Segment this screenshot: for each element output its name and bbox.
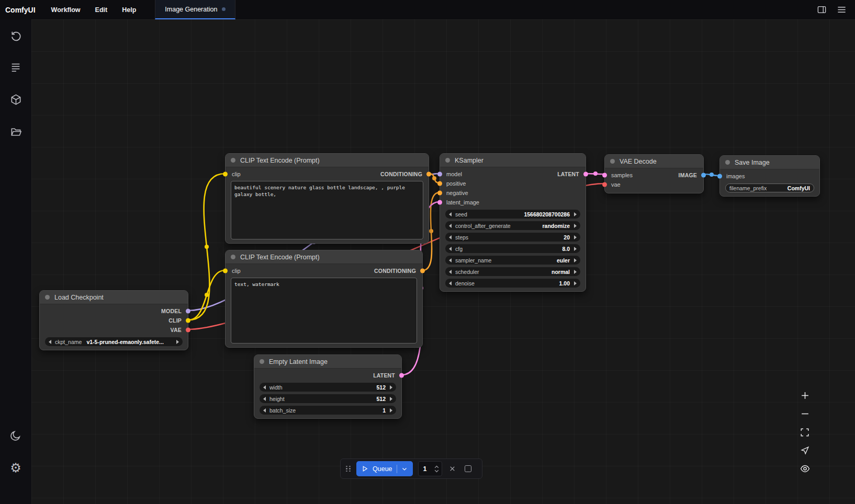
next-arrow-icon[interactable]	[574, 258, 577, 262]
next-arrow-icon[interactable]	[574, 212, 577, 216]
clear-queue-icon[interactable]	[447, 464, 458, 474]
prev-arrow-icon[interactable]	[449, 281, 452, 285]
next-arrow-icon[interactable]	[574, 224, 577, 228]
settings-icon[interactable]: ⚙	[5, 457, 26, 478]
collapse-dot[interactable]	[445, 158, 450, 163]
port-vae-input[interactable]	[602, 182, 607, 187]
port-latent-image-input[interactable]	[437, 200, 442, 205]
port-latent-output[interactable]	[399, 373, 404, 378]
collapse-dot[interactable]	[260, 359, 264, 364]
workflows-icon[interactable]	[5, 121, 26, 142]
widget-batch-size[interactable]: batch_size 1	[260, 406, 396, 415]
port-model-input[interactable]	[437, 172, 442, 177]
collapse-dot[interactable]	[725, 160, 730, 165]
next-arrow-icon[interactable]	[574, 235, 577, 239]
next-arrow-icon[interactable]	[574, 270, 577, 274]
port-clip-input[interactable]	[223, 269, 228, 273]
widget-scheduler[interactable]: scheduler normal	[445, 267, 580, 276]
hamburger-menu-icon[interactable]	[835, 4, 848, 16]
collapse-dot[interactable]	[610, 159, 615, 164]
chevron-down-icon[interactable]	[401, 466, 408, 472]
widget-seed[interactable]: seed 156680208700286	[445, 210, 580, 219]
port-conditioning-output[interactable]	[426, 172, 431, 177]
port-images-input[interactable]	[717, 174, 722, 179]
collapse-dot[interactable]	[231, 158, 235, 163]
widget-ckpt-name[interactable]: ckpt_name v1-5-pruned-emaonly.safete...	[45, 337, 183, 346]
app-logo[interactable]: ComfyUI	[0, 6, 44, 14]
node-header[interactable]: VAE Decode	[605, 155, 703, 168]
zoom-in-icon[interactable]	[798, 390, 811, 401]
next-arrow-icon[interactable]	[390, 397, 392, 401]
prompt-textarea[interactable]: beautiful scenery nature glass bottle la…	[231, 181, 423, 239]
toggle-visibility-eye-icon[interactable]	[798, 463, 811, 474]
node-header[interactable]: KSampler	[440, 154, 586, 167]
collapse-dot[interactable]	[231, 255, 235, 259]
zoom-out-icon[interactable]	[798, 408, 811, 419]
history-icon[interactable]	[5, 25, 26, 46]
next-arrow-icon[interactable]	[574, 281, 577, 285]
node-load-checkpoint[interactable]: Load Checkpoint MODEL CLIP VAE ckpt_name…	[39, 290, 188, 350]
widget-filename-prefix[interactable]: filename_prefix ComfyUI	[725, 184, 814, 192]
batch-count-input[interactable]: 1	[418, 461, 442, 476]
port-negative-input[interactable]	[437, 191, 442, 196]
widget-control-after-generate[interactable]: control_after_generate randomize	[445, 221, 580, 230]
next-arrow-icon[interactable]	[390, 408, 392, 413]
widget-steps[interactable]: steps 20	[445, 233, 580, 242]
queue-button[interactable]: Queue	[356, 461, 413, 476]
port-samples-input[interactable]	[602, 173, 607, 178]
widget-cfg[interactable]: cfg 8.0	[445, 244, 580, 253]
menu-edit[interactable]: Edit	[88, 0, 115, 19]
fit-view-icon[interactable]	[798, 427, 811, 438]
drag-handle-icon[interactable]	[346, 466, 351, 472]
menu-workflow[interactable]: Workflow	[44, 0, 88, 19]
prev-arrow-icon[interactable]	[449, 235, 452, 239]
node-empty-latent-image[interactable]: Empty Latent Image LATENT width 512 heig…	[254, 354, 402, 419]
prev-arrow-icon[interactable]	[263, 385, 266, 390]
port-model-output[interactable]	[186, 309, 190, 314]
widget-width[interactable]: width 512	[260, 383, 396, 392]
port-clip-input[interactable]	[223, 172, 228, 177]
prev-arrow-icon[interactable]	[449, 258, 452, 262]
widget-sampler-name[interactable]: sampler_name euler	[445, 256, 580, 265]
next-arrow-icon[interactable]	[390, 385, 392, 390]
node-header[interactable]: Load Checkpoint	[40, 291, 188, 304]
node-header[interactable]: Save Image	[720, 156, 819, 169]
prompt-textarea[interactable]: text, watermark	[231, 278, 417, 343]
prev-arrow-icon[interactable]	[449, 212, 452, 216]
stop-icon[interactable]	[463, 464, 474, 474]
menu-help[interactable]: Help	[115, 0, 143, 19]
widget-height[interactable]: height 512	[260, 394, 396, 403]
theme-icon[interactable]	[5, 425, 26, 446]
toggle-panel-icon[interactable]	[815, 4, 828, 16]
port-positive-input[interactable]	[437, 181, 442, 186]
queue-icon[interactable]	[5, 56, 26, 77]
step-down-icon[interactable]	[434, 469, 439, 473]
prev-arrow-icon[interactable]	[449, 247, 452, 251]
prev-arrow-icon[interactable]	[263, 397, 266, 401]
tab-image-generation[interactable]: Image Generation	[155, 0, 235, 19]
node-ksampler[interactable]: KSampler model LATENT positive negative …	[440, 153, 586, 292]
prev-arrow-icon[interactable]	[449, 270, 452, 274]
port-conditioning-output[interactable]	[420, 269, 425, 273]
node-graph-canvas[interactable]: Load Checkpoint MODEL CLIP VAE ckpt_name…	[31, 19, 855, 504]
node-save-image[interactable]: Save Image images filename_prefix ComfyU…	[719, 155, 820, 197]
prev-arrow-icon[interactable]	[263, 408, 266, 413]
next-arrow-icon[interactable]	[176, 340, 179, 344]
port-clip-output[interactable]	[186, 318, 190, 323]
next-arrow-icon[interactable]	[574, 247, 577, 251]
port-latent-output[interactable]	[583, 172, 588, 177]
model-library-icon[interactable]	[5, 89, 26, 110]
port-image-output[interactable]	[701, 173, 706, 178]
collapse-dot[interactable]	[45, 295, 50, 300]
node-clip-text-encode-negative[interactable]: CLIP Text Encode (Prompt) clip CONDITION…	[225, 250, 423, 348]
node-vae-decode[interactable]: VAE Decode samples IMAGE vae	[604, 154, 704, 193]
widget-denoise[interactable]: denoise 1.00	[445, 279, 580, 288]
node-header[interactable]: CLIP Text Encode (Prompt)	[226, 154, 429, 167]
step-up-icon[interactable]	[434, 465, 439, 468]
node-clip-text-encode-positive[interactable]: CLIP Text Encode (Prompt) clip CONDITION…	[225, 153, 429, 244]
node-header[interactable]: Empty Latent Image	[254, 355, 401, 369]
prev-arrow-icon[interactable]	[49, 340, 51, 344]
prev-arrow-icon[interactable]	[449, 224, 452, 228]
node-header[interactable]: CLIP Text Encode (Prompt)	[226, 250, 422, 264]
select-mode-icon[interactable]	[798, 445, 811, 456]
